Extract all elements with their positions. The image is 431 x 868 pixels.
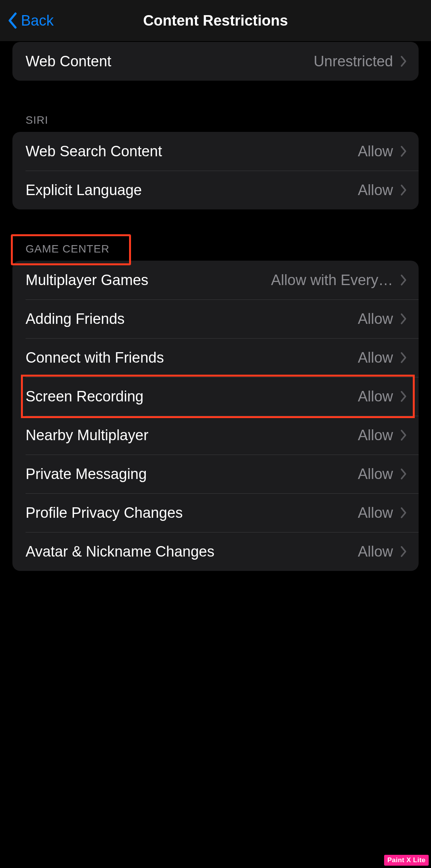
row-screen-recording[interactable]: Screen Recording Allow — [12, 377, 419, 416]
watermark: Paint X Lite — [384, 855, 429, 866]
group-game-center: Multiplayer Games Allow with Every… Addi… — [12, 261, 419, 571]
row-multiplayer-games[interactable]: Multiplayer Games Allow with Every… — [12, 261, 419, 299]
row-nearby-multiplayer[interactable]: Nearby Multiplayer Allow — [12, 416, 419, 455]
row-value: Allow — [358, 311, 393, 327]
row-label: Connect with Friends — [26, 349, 164, 366]
chevron-right-icon — [400, 546, 407, 557]
row-connect-with-friends[interactable]: Connect with Friends Allow — [12, 338, 419, 377]
nav-bar: Back Content Restrictions — [0, 0, 431, 41]
row-label: Web Content — [26, 53, 111, 70]
row-label: Profile Privacy Changes — [26, 505, 183, 521]
group-web-content: Web Content Unrestricted — [12, 42, 419, 81]
row-value: Allow — [358, 466, 393, 482]
row-value: Allow — [358, 388, 393, 405]
row-label: Private Messaging — [26, 466, 147, 482]
chevron-left-icon — [8, 12, 17, 29]
row-adding-friends[interactable]: Adding Friends Allow — [12, 299, 419, 338]
row-label: Avatar & Nickname Changes — [26, 543, 214, 560]
group-siri: Web Search Content Allow Explicit Langua… — [12, 132, 419, 209]
row-label: Web Search Content — [26, 143, 162, 160]
chevron-right-icon — [400, 429, 407, 441]
back-button[interactable]: Back — [8, 12, 53, 29]
row-label: Explicit Language — [26, 182, 142, 199]
chevron-right-icon — [400, 507, 407, 519]
row-web-content[interactable]: Web Content Unrestricted — [12, 42, 419, 81]
row-label: Nearby Multiplayer — [26, 427, 148, 444]
row-value: Unrestricted — [314, 53, 393, 70]
chevron-right-icon — [400, 352, 407, 363]
row-value: Allow — [358, 543, 393, 560]
chevron-right-icon — [400, 55, 407, 67]
row-private-messaging[interactable]: Private Messaging Allow — [12, 455, 419, 493]
row-value: Allow — [358, 505, 393, 521]
row-value: Allow with Every… — [271, 272, 393, 289]
row-label: Multiplayer Games — [26, 272, 148, 289]
row-value: Allow — [358, 143, 393, 160]
chevron-right-icon — [400, 184, 407, 196]
row-avatar-nickname-changes[interactable]: Avatar & Nickname Changes Allow — [12, 532, 419, 571]
row-web-search-content[interactable]: Web Search Content Allow — [12, 132, 419, 171]
chevron-right-icon — [400, 274, 407, 286]
back-label: Back — [21, 12, 53, 29]
section-header-siri: SIRI — [12, 114, 419, 132]
row-profile-privacy-changes[interactable]: Profile Privacy Changes Allow — [12, 493, 419, 532]
section-header-game-center: GAME CENTER — [12, 243, 419, 261]
row-value: Allow — [358, 182, 393, 199]
chevron-right-icon — [400, 313, 407, 325]
chevron-right-icon — [400, 391, 407, 402]
page-title: Content Restrictions — [0, 12, 431, 29]
chevron-right-icon — [400, 468, 407, 480]
row-value: Allow — [358, 349, 393, 366]
row-label: Screen Recording — [26, 388, 143, 405]
row-label: Adding Friends — [26, 311, 125, 327]
chevron-right-icon — [400, 145, 407, 157]
row-explicit-language[interactable]: Explicit Language Allow — [12, 171, 419, 209]
row-value: Allow — [358, 427, 393, 444]
